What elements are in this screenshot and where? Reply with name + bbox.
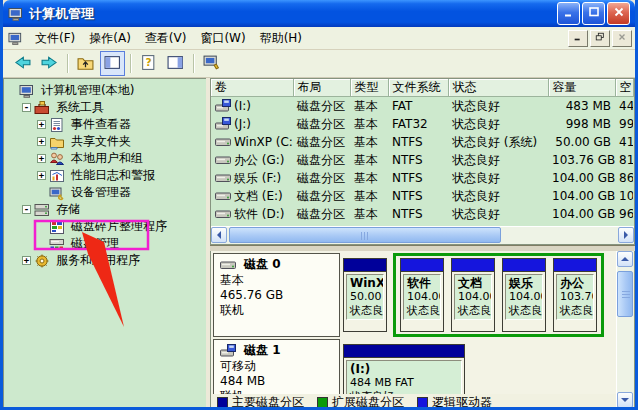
disk-title: 磁盘 1 [244, 342, 281, 359]
partition-bangong[interactable]: 办公103.76 GB状态良好 [553, 258, 597, 332]
hard-drive-icon [215, 153, 231, 167]
minimize-icon [563, 6, 575, 21]
tree-item-performance-logs[interactable]: +性能日志和警报 [4, 167, 206, 184]
disk-info-line: 484 MB [220, 374, 333, 389]
vertical-scrollbar[interactable] [616, 251, 634, 408]
scroll-right-icon [624, 231, 628, 239]
menu-help[interactable]: 帮助(H) [253, 28, 309, 49]
tree-item-local-users-groups[interactable]: +本地用户和组 [4, 150, 206, 167]
capacity-cell: 50.00 GB [548, 133, 615, 151]
volume-row[interactable]: 文档 (E:)磁盘分区基本NTFS状态良好104.00 GB10 [211, 187, 633, 205]
free-space-cell: 81 [615, 151, 633, 169]
partition-size: 50.00 GB [350, 290, 380, 304]
column-header-file-system[interactable]: 文件系统 [388, 79, 448, 97]
menu-file[interactable]: 文件(F) [28, 28, 82, 49]
volume-row[interactable]: (I:)磁盘分区基本FAT状态良好483 MB44 [211, 97, 633, 116]
tree-item-disk-management[interactable]: 磁盘管理 [4, 235, 206, 252]
column-header-free-space[interactable]: 空 [615, 79, 633, 97]
volume-row[interactable]: WinXP (C:)磁盘分区基本NTFS状态良好 (系统)50.00 GB41 [211, 133, 633, 151]
expand-icon[interactable]: + [37, 154, 46, 163]
show-panes-button[interactable] [163, 51, 188, 76]
capacity-cell: 104.00 GB [548, 205, 615, 223]
legend-label: 扩展磁盘分区 [332, 395, 404, 408]
expand-icon[interactable]: + [22, 256, 31, 265]
help-button[interactable]: ? [136, 51, 161, 76]
tree-item-disk-defragmenter[interactable]: 磁盘碎片整理程序 [4, 218, 206, 235]
partition-status: 状态良好 [407, 304, 437, 318]
partition-winxp[interactable]: WinXP50.00 GB状态良好 [343, 258, 387, 332]
tree-item-device-manager[interactable]: 设备管理器 [4, 184, 206, 201]
back-button[interactable] [10, 51, 35, 76]
mdi-minimize-button[interactable] [568, 30, 588, 47]
layout-cell: 磁盘分区 [293, 151, 350, 169]
free-space-cell: 99 [615, 115, 633, 133]
collapse-icon[interactable]: - [22, 205, 31, 214]
back-icon [14, 54, 31, 74]
volume-row[interactable]: (J:)磁盘分区基本FAT32状态良好998 MB99 [211, 115, 633, 133]
maximize-button[interactable] [582, 2, 605, 25]
menu-action[interactable]: 操作(A) [82, 28, 138, 49]
help-doc-icon: ? [140, 54, 157, 74]
file-system-cell: NTFS [388, 187, 448, 205]
tree-item-storage[interactable]: -存储 [4, 201, 206, 218]
menubar: 文件(F)操作(A)查看(V)窗口(W)帮助(H) [3, 27, 635, 50]
volume-name-cell: 文档 (E:) [211, 187, 293, 205]
expand-icon[interactable]: + [37, 171, 46, 180]
collapse-icon[interactable]: - [22, 103, 31, 112]
scroll-up-button[interactable] [617, 251, 633, 267]
disk-0-partition-strip: WinXP50.00 GB状态良好软件104.00 GB状态良好文档104.00… [340, 253, 615, 337]
volume-row[interactable]: 软件 (D:)磁盘分区基本NTFS状态良好104.00 GB96 [211, 205, 633, 223]
titlebar[interactable]: 计算机管理 [3, 0, 635, 27]
scroll-down-button[interactable] [617, 392, 633, 408]
extended-partition-group: 软件104.00 GB状态良好文档104.00 GB状态良好娱乐104.00 G… [393, 253, 604, 337]
partition-yule[interactable]: 娱乐104.00 GB状态良好 [502, 258, 546, 332]
mdi-close-button[interactable] [612, 30, 632, 47]
menu-view[interactable]: 查看(V) [138, 28, 194, 49]
scroll-right-button[interactable] [618, 227, 634, 243]
volume-row[interactable]: 娱乐 (F:)磁盘分区基本NTFS状态良好104.00 GB86 [211, 169, 633, 187]
partition-size: 103.76 GB [560, 290, 590, 304]
column-header-layout[interactable]: 布局 [293, 79, 350, 97]
disk-management-icon [49, 236, 65, 252]
type-cell: 基本 [350, 169, 388, 187]
column-header-volume[interactable]: 卷 [211, 79, 293, 97]
free-space-cell: 41 [615, 133, 633, 151]
vertical-scrollbar-thumb[interactable] [617, 271, 633, 317]
shared-folders-icon [49, 134, 65, 150]
show-console-tree-button[interactable] [100, 51, 125, 76]
close-button[interactable] [607, 2, 630, 25]
volume-name-cell: (J:) [211, 115, 293, 133]
column-header-type[interactable]: 类型 [350, 79, 388, 97]
tree-item-event-viewer[interactable]: +事件查看器 [4, 116, 206, 133]
forward-button[interactable] [37, 51, 62, 76]
up-level-button[interactable] [73, 51, 98, 76]
tree-item-label: 设备管理器 [69, 184, 133, 201]
minimize-button[interactable] [557, 2, 580, 25]
horizontal-scrollbar[interactable] [211, 226, 634, 244]
capacity-cell: 103.76 GB [548, 151, 615, 169]
disk-0-label-box[interactable]: 磁盘 0基本465.76 GB联机 [213, 253, 340, 337]
volume-row[interactable]: 办公 (G:)磁盘分区基本NTFS状态良好103.76 GB81 [211, 151, 633, 169]
mdi-restore-button[interactable] [590, 30, 610, 47]
tree-item-services-applications[interactable]: +服务和应用程序 [4, 252, 206, 269]
partition-ruanjian[interactable]: 软件104.00 GB状态良好 [400, 258, 444, 332]
tree-item-system-tools[interactable]: -系统工具 [4, 99, 206, 116]
disk-info-line: 可移动 [220, 359, 333, 374]
scroll-up-icon [621, 257, 629, 261]
partition-wendang[interactable]: 文档104.00 GB状态良好 [451, 258, 495, 332]
volume-name: 软件 (D:) [234, 207, 284, 221]
menu-window[interactable]: 窗口(W) [193, 28, 252, 49]
scroll-left-button[interactable] [211, 227, 227, 243]
horizontal-scrollbar-thumb[interactable] [229, 227, 501, 243]
action-pane-button[interactable] [199, 51, 224, 76]
disk-title: 磁盘 0 [244, 256, 281, 273]
column-header-status[interactable]: 状态 [448, 79, 548, 97]
layout-cell: 磁盘分区 [293, 133, 350, 151]
tree-item-shared-folders[interactable]: +共享文件夹 [4, 133, 206, 150]
layout-cell: 磁盘分区 [293, 115, 350, 133]
expand-icon[interactable]: + [37, 137, 46, 146]
tree-item-computer-management-root[interactable]: 计算机管理(本地) [4, 82, 206, 99]
expand-icon[interactable]: + [37, 120, 46, 129]
column-header-capacity[interactable]: 容量 [548, 79, 615, 97]
volume-name: WinXP (C:) [234, 135, 293, 149]
